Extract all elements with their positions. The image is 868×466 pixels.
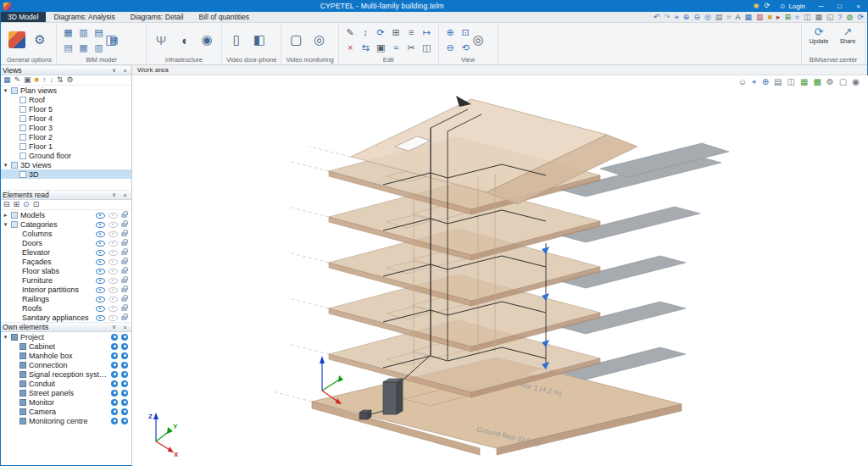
sync-status-icon[interactable]: ⟳ bbox=[765, 3, 771, 9]
edit-toggle-icon[interactable] bbox=[121, 334, 128, 341]
visibility-off-eye-icon[interactable] bbox=[108, 276, 118, 284]
copy-icon[interactable]: ▣ bbox=[374, 41, 388, 55]
zoom-icon[interactable]: ⊕ bbox=[762, 78, 769, 86]
visibility-eye-icon[interactable] bbox=[96, 286, 105, 293]
tab-3d-model[interactable]: 3D Model bbox=[0, 12, 46, 22]
lock-icon[interactable] bbox=[121, 313, 128, 321]
visibility-eye-icon[interactable] bbox=[96, 230, 105, 237]
close-panel-icon[interactable]: × bbox=[121, 192, 129, 198]
camera-icon[interactable]: ◎ bbox=[309, 27, 329, 53]
redo-icon[interactable]: ↷ bbox=[664, 14, 670, 21]
close-button[interactable]: × bbox=[852, 3, 865, 10]
lock-icon[interactable] bbox=[121, 248, 128, 256]
visibility-eye-icon[interactable] bbox=[96, 211, 105, 219]
visibility-off-eye-icon[interactable] bbox=[108, 230, 118, 237]
align-icon[interactable]: ≡ bbox=[404, 25, 419, 40]
visibility-all-icon[interactable]: ⊙ bbox=[23, 201, 30, 208]
mirror-icon[interactable]: ⇆ bbox=[359, 41, 373, 55]
visibility-eye-icon[interactable] bbox=[96, 267, 105, 275]
visibility-eye-icon[interactable] bbox=[96, 304, 105, 312]
print-icon[interactable]: ▤ bbox=[715, 14, 723, 21]
help-icon[interactable]: ? bbox=[838, 14, 843, 21]
view-config-icon[interactable]: ⚙ bbox=[67, 76, 74, 84]
collapse-panel-icon[interactable]: ∨ bbox=[110, 191, 118, 198]
cype-logo-icon[interactable] bbox=[7, 27, 27, 53]
update-bim-model-icon[interactable]: ▤ bbox=[61, 41, 75, 55]
add-element-icon[interactable]: ⊞ bbox=[784, 14, 791, 21]
door-phone-config-icon[interactable]: ◧ bbox=[249, 27, 270, 53]
monitor-icon[interactable]: ▢ bbox=[286, 27, 306, 53]
undo-icon[interactable]: ↶ bbox=[654, 14, 660, 21]
library-icon[interactable]: ▥ bbox=[756, 14, 764, 21]
element-row[interactable]: Elevator bbox=[0, 247, 131, 257]
visibility-toggle-icon[interactable] bbox=[111, 334, 118, 341]
visibility-toggle-icon[interactable] bbox=[111, 352, 118, 359]
move-view-up-icon[interactable]: ↑ bbox=[42, 76, 47, 84]
edit-toggle-icon[interactable] bbox=[121, 371, 128, 378]
element-row[interactable]: Railings bbox=[0, 294, 131, 303]
array-icon[interactable]: ⊞ bbox=[389, 25, 403, 40]
frame-icon[interactable]: ▢ bbox=[839, 78, 847, 86]
visibility-toggle-icon[interactable] bbox=[111, 390, 118, 397]
edit-toggle-icon[interactable] bbox=[121, 418, 128, 424]
group-icon[interactable]: ◫ bbox=[420, 41, 434, 55]
edit-view-icon[interactable]: ✎ bbox=[14, 76, 21, 84]
own-element-row[interactable]: Monitor bbox=[0, 397, 131, 407]
cascade-windows-icon[interactable]: ◱ bbox=[826, 14, 834, 21]
tab-bill-of-quantities[interactable]: Bill of quantities bbox=[192, 12, 258, 22]
collapse-panel-icon[interactable]: ∨ bbox=[110, 324, 118, 330]
expand-arrow-icon[interactable]: ▸ bbox=[3, 212, 8, 219]
element-row[interactable]: Furniture bbox=[0, 275, 131, 285]
element-row[interactable]: Façades bbox=[0, 257, 131, 266]
rotate-icon[interactable]: ⟳ bbox=[374, 25, 388, 40]
horn-icon[interactable]: ◖ bbox=[174, 27, 194, 53]
element-row[interactable]: Doors bbox=[0, 238, 131, 247]
contact-icon[interactable]: ☺ bbox=[738, 78, 747, 86]
collapse-all-icon[interactable]: ⊟ bbox=[3, 201, 10, 208]
grid-icon[interactable]: ▦ bbox=[800, 78, 808, 86]
view-group-plan-views[interactable]: ▾ Plan views bbox=[0, 86, 131, 95]
visibility-toggle-icon[interactable] bbox=[111, 380, 118, 387]
own-element-row[interactable]: Signal reception system bbox=[0, 369, 131, 379]
visibility-off-eye-icon[interactable] bbox=[108, 286, 118, 293]
visibility-toggle-icon[interactable] bbox=[111, 399, 118, 406]
zoom-in-icon[interactable]: ⊕ bbox=[443, 25, 458, 40]
visibility-off-eye-icon[interactable] bbox=[108, 258, 118, 265]
lock-all-icon[interactable]: ⊡ bbox=[33, 201, 40, 208]
visibility-off-eye-icon[interactable] bbox=[108, 248, 118, 256]
edit-toggle-icon[interactable] bbox=[121, 408, 128, 415]
visibility-eye-icon[interactable] bbox=[96, 248, 105, 256]
move-view-down-icon[interactable]: ↓ bbox=[50, 76, 54, 84]
zoom-out-icon[interactable]: ⊖ bbox=[693, 14, 700, 21]
visibility-off-eye-icon[interactable] bbox=[108, 239, 118, 247]
extend-icon[interactable]: ↦ bbox=[420, 25, 434, 40]
visibility-off-eye-icon[interactable] bbox=[108, 304, 118, 312]
visibility-toggle-icon[interactable] bbox=[111, 418, 118, 424]
edit-toggle-icon[interactable] bbox=[121, 390, 128, 397]
bim-tables-icon[interactable]: ▦ bbox=[76, 41, 91, 55]
layers-icon[interactable]: ▦ bbox=[744, 14, 752, 21]
refresh-icon[interactable]: ⟳ bbox=[857, 14, 864, 21]
visibility-eye-icon[interactable] bbox=[96, 295, 105, 302]
view-settings-icon[interactable]: ⚙ bbox=[826, 78, 834, 86]
move-icon[interactable]: ↕ bbox=[359, 25, 373, 40]
lock-icon[interactable] bbox=[121, 211, 128, 219]
minimize-button[interactable]: ─ bbox=[815, 3, 827, 10]
manhole-box[interactable] bbox=[359, 410, 371, 419]
own-element-row[interactable]: Conduit bbox=[0, 379, 131, 388]
tile-windows-icon[interactable]: ▦ bbox=[815, 14, 823, 21]
element-row[interactable]: Floor slabs bbox=[0, 266, 131, 275]
edit-toggle-icon[interactable] bbox=[121, 399, 128, 406]
visibility-eye-icon[interactable] bbox=[96, 239, 105, 247]
own-element-row[interactable]: Connection bbox=[0, 360, 131, 369]
zoom-extents-icon[interactable]: ◎ bbox=[704, 14, 711, 21]
collapse-panel-icon[interactable]: ∨ bbox=[110, 67, 118, 74]
layout-icon[interactable]: ◫ bbox=[787, 78, 794, 86]
edit-toggle-icon[interactable] bbox=[121, 362, 128, 369]
tab-diagrams-analysis[interactable]: Diagrams: Analysis bbox=[46, 12, 122, 22]
expand-all-icon[interactable]: ⊞ bbox=[14, 201, 20, 208]
lock-icon[interactable] bbox=[121, 304, 128, 312]
share-button[interactable]: ↗ Share bbox=[835, 25, 860, 44]
marker-icon[interactable]: ■ bbox=[767, 14, 771, 21]
general-settings-icon[interactable]: ⚙ bbox=[30, 27, 50, 53]
